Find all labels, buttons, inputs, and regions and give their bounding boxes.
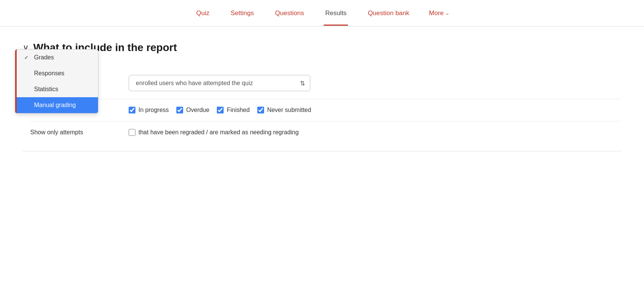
top-navigation: Quiz Settings Questions Results Question… <box>0 0 644 26</box>
regraded-checkbox-item[interactable]: that have been regraded / are marked as … <box>129 129 299 136</box>
regraded-label: that have been regraded / are marked as … <box>138 129 299 136</box>
checkmark-icon: ✓ <box>24 54 30 61</box>
in-progress-label: In progress <box>138 107 169 113</box>
show-only-attempts-control: that have been regraded / are marked as … <box>129 129 621 136</box>
dropdown-item-manual-grading[interactable]: Manual grading <box>17 97 98 113</box>
attempts-from-control: enrolled users who have attempted the qu… <box>129 75 621 91</box>
dropdown-item-statistics[interactable]: Statistics <box>17 81 98 97</box>
dropdown-grades-label: Grades <box>34 54 54 61</box>
in-progress-checkbox[interactable] <box>129 107 135 113</box>
dropdown-item-responses[interactable]: Responses <box>17 65 98 81</box>
attempts-checkbox-group: In progress Overdue Finished Never submi… <box>129 107 311 113</box>
results-dropdown-menu: ✓ Grades Responses Statistics Manual gra… <box>15 49 98 113</box>
show-only-attempts-label: Show only attempts <box>30 129 114 136</box>
nav-quiz[interactable]: Quiz <box>194 1 211 25</box>
nav-question-bank[interactable]: Question bank <box>366 1 411 25</box>
more-label: More <box>429 9 444 17</box>
never-submitted-checkbox-item[interactable]: Never submitted <box>257 107 311 113</box>
finished-checkbox-item[interactable]: Finished <box>217 107 249 113</box>
never-submitted-label: Never submitted <box>267 107 311 113</box>
finished-checkbox[interactable] <box>217 107 224 113</box>
nav-settings[interactable]: Settings <box>229 1 255 25</box>
finished-label: Finished <box>227 107 249 113</box>
section-bottom-border <box>23 151 621 151</box>
dropdown-item-grades[interactable]: ✓ Grades <box>17 50 98 65</box>
nav-results[interactable]: Results <box>324 1 348 25</box>
chevron-down-icon: ⌄ <box>445 10 450 16</box>
attempts-from-row: Attempts from enrolled users who have at… <box>30 67 621 99</box>
show-only-attempts-row: Show only attempts that have been regrad… <box>30 121 621 143</box>
nav-questions[interactable]: Questions <box>274 1 306 25</box>
overdue-label: Overdue <box>186 107 209 113</box>
attempts-that-are-row: Attempts that are In progress Overdue Fi… <box>30 99 621 121</box>
report-section-header: ∨ What to include in the report <box>23 42 621 54</box>
in-progress-checkbox-item[interactable]: In progress <box>129 107 169 113</box>
dropdown-responses-label: Responses <box>34 70 64 77</box>
attempts-that-are-control: In progress Overdue Finished Never submi… <box>129 107 621 113</box>
overdue-checkbox-item[interactable]: Overdue <box>176 107 209 113</box>
never-submitted-checkbox[interactable] <box>257 107 264 113</box>
regraded-checkbox[interactable] <box>129 129 135 136</box>
dropdown-statistics-label: Statistics <box>34 86 58 93</box>
attempts-from-select-wrapper: enrolled users who have attempted the qu… <box>129 75 310 91</box>
nav-more[interactable]: More ⌄ <box>429 9 450 17</box>
attempts-from-select[interactable]: enrolled users who have attempted the qu… <box>129 75 310 91</box>
overdue-checkbox[interactable] <box>176 107 183 113</box>
dropdown-manual-grading-label: Manual grading <box>34 102 76 109</box>
report-form: Attempts from enrolled users who have at… <box>23 67 621 143</box>
